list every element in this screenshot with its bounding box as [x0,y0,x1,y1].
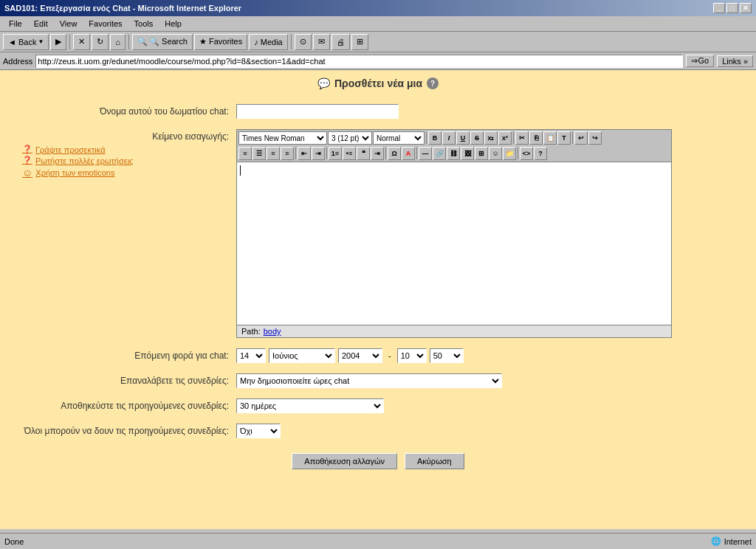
history-button[interactable]: ⊙ [295,34,312,50]
cut-btn[interactable]: ✂ [515,131,529,145]
day-select[interactable]: 14 [236,348,266,363]
view-sessions-content: Όχι Ναι [236,424,741,438]
back-button[interactable]: ◄ Back ▼ [3,34,49,50]
intro-row: Κείμενο εισαγωγής: ❓ Γράψτε προσεκτικά ❓… [15,129,741,338]
align-justify-btn[interactable]: ≡ [281,147,294,160]
link-ask-questions[interactable]: ❓ Ρωτήστε πολλές ερωτήσεις [22,156,229,165]
discuss-button[interactable]: ⊞ [351,34,368,50]
media-button[interactable]: ♪ Media [249,34,288,50]
link-emoticons[interactable]: ☺ Χρήση των emoticons [22,167,229,179]
copy-btn[interactable]: ⎘ [529,131,543,145]
next-chat-content: 14 Ιούνιος 2004 - 10 50 [236,348,741,363]
rte-cursor [240,165,241,176]
html-btn[interactable]: <> [520,147,533,160]
unordered-list-btn[interactable]: •≡ [343,147,356,160]
link-btn[interactable]: 🔗 [433,147,446,160]
special-char-btn[interactable]: Ω [388,147,401,160]
emoji-btn[interactable]: ☺ [489,147,502,160]
italic-btn[interactable]: I [442,131,456,145]
rte-path: Path: body [237,325,671,337]
chat-name-content [236,104,741,119]
subscript-btn[interactable]: x₂ [484,131,498,145]
refresh-button[interactable]: ↻ [92,34,109,50]
unlink-btn[interactable]: ⛓ [447,147,460,160]
strikethrough-btn[interactable]: S [470,131,484,145]
header-help-icon[interactable]: ? [427,77,439,89]
font-size-select[interactable]: 3 (12 pt) [328,131,372,145]
indent-less-btn[interactable]: ⇤ [298,147,311,160]
bold-btn[interactable]: B [428,131,441,145]
rte-content: Times New Roman 3 (12 pt) Normal B I U S [236,129,741,338]
chat-name-input[interactable] [236,104,399,119]
menu-file[interactable]: File [3,18,28,30]
close-btn[interactable]: ✕ [740,3,752,13]
minute-select[interactable]: 50 [430,348,464,363]
rte-toolbar-row1: Times New Roman 3 (12 pt) Normal B I U S [238,131,670,145]
rte-path-body[interactable]: body [264,327,281,336]
link-write-carefully[interactable]: ❓ Γράψτε προσεκτικά [22,145,229,154]
links-button[interactable]: Links » [717,55,753,67]
undo-btn[interactable]: ↩ [574,131,588,145]
indent-btn[interactable]: ⇥ [371,147,384,160]
rte-body[interactable] [237,162,671,325]
minimize-btn[interactable]: _ [713,3,725,13]
repeat-sessions-select[interactable]: Μην δημοσιοποιείτε ώρες chat Κάθε μέρα Κ… [236,373,502,388]
hour-select[interactable]: 10 [397,348,427,363]
menu-edit[interactable]: Edit [28,18,54,30]
month-select[interactable]: Ιούνιος [269,348,335,363]
search-button[interactable]: 🔍 🔍 Search [132,34,193,50]
paste-text-btn[interactable]: T [557,131,571,145]
table-btn[interactable]: ⊞ [475,147,488,160]
save-sessions-select[interactable]: 30 ημέρες 15 ημέρες Ποτέ [236,398,384,413]
view-sessions-select[interactable]: Όχι Ναι [236,424,281,438]
redo-btn[interactable]: ↪ [588,131,602,145]
align-left-btn[interactable]: ≡ [238,147,252,160]
repeat-sessions-row: Επαναλάβετε τις συνεδρίες: Μην δημοσιοπο… [15,373,741,388]
paste-btn[interactable]: 📋 [543,131,557,145]
toolbar: ◄ Back ▼ ▶ ✕ ↻ ⌂ 🔍 🔍 Search ★ Favorites … [0,32,756,52]
chat-name-label: Όνομα αυτού του δωματίου chat: [15,104,236,117]
window-controls[interactable]: _ □ ✕ [713,3,752,13]
font-family-select[interactable]: Times New Roman [238,131,327,145]
font-style-select[interactable]: Normal [373,131,425,145]
help-btn[interactable]: ? [534,147,547,160]
home-button[interactable]: ⌂ [110,34,126,50]
go-button[interactable]: ⇒Go [686,55,714,67]
file-btn[interactable]: 📁 [503,147,516,160]
block-quote-btn[interactable]: ❝ [357,147,370,160]
repeat-sessions-content: Μην δημοσιοποιείτε ώρες chat Κάθε μέρα Κ… [236,373,741,388]
align-right-btn[interactable]: ≡ [267,147,280,160]
menu-tools[interactable]: Tools [128,18,159,30]
menu-help[interactable]: Help [159,18,188,30]
image-btn[interactable]: 🖼 [461,147,474,160]
menu-view[interactable]: View [54,18,83,30]
ordered-list-btn[interactable]: 1≡ [329,147,342,160]
forward-button[interactable]: ▶ [50,34,66,50]
address-bar: Address ⇒Go Links » [0,52,756,70]
intro-label: Κείμενο εισαγωγής: ❓ Γράψτε προσεκτικά ❓… [15,129,236,179]
indent-more-btn[interactable]: ⇥ [312,147,325,160]
maximize-btn[interactable]: □ [726,3,738,13]
year-select[interactable]: 2004 [338,348,382,363]
mail-button[interactable]: ✉ [313,34,330,50]
cancel-button[interactable]: Ακύρωση [405,453,464,469]
save-button[interactable]: Αποθήκευση αλλαγών [292,453,397,469]
underline-btn[interactable]: U [456,131,470,145]
header-icon: 💬 [317,77,330,89]
separator-3 [291,35,292,49]
align-center-btn[interactable]: ☰ [252,147,266,160]
hr-btn[interactable]: — [419,147,432,160]
separator-1 [69,35,70,49]
address-label: Address [3,57,32,66]
print-button[interactable]: 🖨 [331,34,350,50]
menu-favorites[interactable]: Favorites [83,18,128,30]
stop-button[interactable]: ✕ [73,34,90,50]
font-color-btn[interactable]: A [402,147,415,160]
rich-text-editor[interactable]: Times New Roman 3 (12 pt) Normal B I U S [236,129,672,338]
favorites-button[interactable]: ★ Favorites [194,34,247,50]
superscript-btn[interactable]: x² [498,131,512,145]
rte-sep-4 [295,148,296,159]
address-input[interactable] [35,55,683,68]
link-icon-1: ❓ [22,145,32,154]
rte-path-label: Path: [241,327,261,336]
